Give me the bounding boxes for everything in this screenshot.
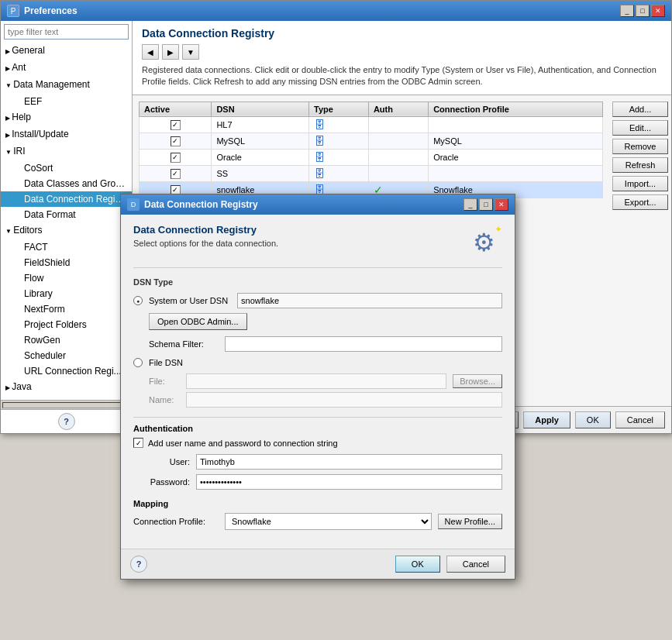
main-cancel-button[interactable]: Cancel: [615, 411, 665, 428]
sidebar-item-data-format[interactable]: Data Format: [1, 207, 132, 222]
sidebar-item-ant[interactable]: Ant: [1, 60, 132, 77]
dialog-cancel-button[interactable]: Cancel: [446, 556, 505, 573]
schema-filter-label: Schema Filter:: [149, 339, 219, 349]
row-auth: [368, 116, 428, 132]
col-auth: Auth: [368, 102, 428, 116]
dialog-header-text: Data Connection Registry Select options …: [133, 224, 465, 248]
dialog-ok-button[interactable]: OK: [395, 556, 440, 573]
active-checkbox[interactable]: [171, 136, 181, 146]
row-active[interactable]: [140, 165, 212, 181]
sidebar-item-iri[interactable]: IRI: [1, 143, 132, 160]
db-type-icon: 🗄: [314, 135, 325, 147]
user-input[interactable]: [196, 454, 502, 470]
dialog-minimize-btn[interactable]: _: [464, 198, 477, 211]
sidebar-item-cosort[interactable]: CoSort: [1, 160, 132, 176]
edit-button[interactable]: Edit...: [612, 120, 668, 136]
sidebar-item-url-connection[interactable]: URL Connection Regi...: [1, 363, 132, 379]
dcr-dialog: D Data Connection Registry _ □ ✕ Data Co…: [120, 194, 515, 580]
connection-profile-select[interactable]: Snowflake: [225, 513, 432, 530]
active-checkbox[interactable]: [171, 169, 181, 179]
window-controls: _ □ ✕: [620, 5, 665, 17]
maximize-btn[interactable]: □: [636, 5, 650, 17]
sidebar-item-fact[interactable]: FACT: [1, 239, 132, 255]
refresh-button[interactable]: Refresh: [612, 157, 668, 173]
active-checkbox[interactable]: [171, 153, 181, 163]
back-btn[interactable]: ◀: [142, 44, 159, 60]
table-row[interactable]: Oracle 🗄 Oracle: [140, 149, 603, 165]
browse-button[interactable]: Browse...: [453, 374, 502, 388]
col-type: Type: [309, 102, 369, 116]
schema-filter-input[interactable]: [225, 336, 502, 352]
password-input[interactable]: [196, 474, 502, 490]
db-type-icon: 🗄: [314, 151, 325, 163]
col-profile: Connection Profile: [429, 102, 603, 116]
row-active[interactable]: [140, 149, 212, 165]
open-odbc-button[interactable]: Open ODBC Admin...: [149, 313, 247, 330]
sidebar-item-project-folders[interactable]: Project Folders: [1, 317, 132, 332]
sidebar-item-editors[interactable]: Editors: [1, 222, 132, 239]
table-row[interactable]: SS 🗄: [140, 165, 603, 181]
name-input[interactable]: [186, 392, 502, 408]
sidebar-item-library[interactable]: Library: [1, 286, 132, 301]
help-button[interactable]: ?: [58, 413, 75, 430]
system-user-dsn-input[interactable]: [237, 293, 502, 308]
title-bar-left: P Preferences: [7, 5, 78, 17]
sidebar-item-data-management[interactable]: Data Management: [1, 77, 132, 94]
add-button[interactable]: Add...: [612, 102, 668, 117]
col-active: Active: [140, 102, 212, 116]
close-btn[interactable]: ✕: [651, 5, 665, 17]
export-button[interactable]: Export...: [612, 194, 668, 210]
sidebar-item-eef[interactable]: EEF: [1, 94, 132, 109]
sidebar-item-java[interactable]: Java: [1, 379, 132, 396]
dialog-title-left: D Data Connection Registry: [127, 198, 258, 211]
search-input[interactable]: [4, 24, 129, 40]
schema-filter-row: Schema Filter:: [149, 336, 502, 352]
horizontal-scrollbar[interactable]: [2, 402, 130, 408]
system-user-dsn-radio[interactable]: [133, 296, 143, 305]
dialog-body: Data Connection Registry Select options …: [121, 215, 515, 549]
down-btn[interactable]: ▼: [182, 44, 199, 60]
auth-checkbox[interactable]: [133, 438, 143, 448]
row-dsn: HL7: [212, 116, 309, 132]
sidebar-item-flow[interactable]: Flow: [1, 270, 132, 286]
ok-cancel-buttons: OK Cancel: [395, 556, 505, 573]
row-profile: [429, 165, 603, 181]
row-active[interactable]: [140, 116, 212, 132]
active-checkbox[interactable]: [171, 120, 181, 130]
row-auth: [368, 132, 428, 149]
sidebar-item-scheduler[interactable]: Scheduler: [1, 348, 132, 363]
dialog-window-title: Data Connection Registry: [144, 199, 258, 210]
sidebar-item-general[interactable]: General: [1, 43, 132, 60]
forward-btn[interactable]: ▶: [162, 44, 179, 60]
dialog-close-btn[interactable]: ✕: [495, 198, 508, 211]
row-auth: [368, 165, 428, 181]
dialog-help-button[interactable]: ?: [130, 556, 147, 573]
sidebar-item-install-update[interactable]: Install/Update: [1, 126, 132, 143]
file-input[interactable]: [186, 373, 446, 389]
sidebar-item-help[interactable]: Help: [1, 109, 132, 126]
dialog-maximize-btn[interactable]: □: [479, 198, 493, 211]
table-row[interactable]: MySQL 🗄 MySQL: [140, 132, 603, 149]
auth-checkbox-row: Add user name and password to connection…: [133, 438, 502, 448]
side-button-panel: Add... Edit... Remove Refresh Import... …: [609, 95, 671, 406]
remove-button[interactable]: Remove: [612, 139, 668, 154]
sidebar-item-fieldshield[interactable]: FieldShield: [1, 255, 132, 270]
row-active[interactable]: [140, 132, 212, 149]
minimize-btn[interactable]: _: [620, 5, 634, 17]
sidebar-item-data-connection-registry[interactable]: Data Connection Registry: [1, 191, 132, 207]
import-button[interactable]: Import...: [612, 176, 668, 191]
system-user-dsn-row: System or User DSN: [133, 293, 502, 308]
sparkle-icon: ✦: [495, 224, 502, 235]
app-icon: P: [7, 5, 19, 17]
sidebar-item-data-classes-groups[interactable]: Data Classes and Groups: [1, 176, 132, 191]
new-profile-button[interactable]: New Profile...: [438, 514, 502, 529]
sidebar-item-rowgen[interactable]: RowGen: [1, 332, 132, 348]
table-row[interactable]: HL7 🗄: [140, 116, 603, 132]
main-ok-button[interactable]: OK: [575, 411, 611, 428]
mapping-section: Mapping Connection Profile: Snowflake Ne…: [133, 499, 502, 530]
file-dsn-row: File DSN: [133, 358, 502, 367]
apply-button[interactable]: Apply: [523, 411, 570, 428]
sidebar-item-nextform[interactable]: NextForm: [1, 301, 132, 317]
row-profile: MySQL: [429, 132, 603, 149]
file-dsn-radio[interactable]: [133, 358, 143, 367]
